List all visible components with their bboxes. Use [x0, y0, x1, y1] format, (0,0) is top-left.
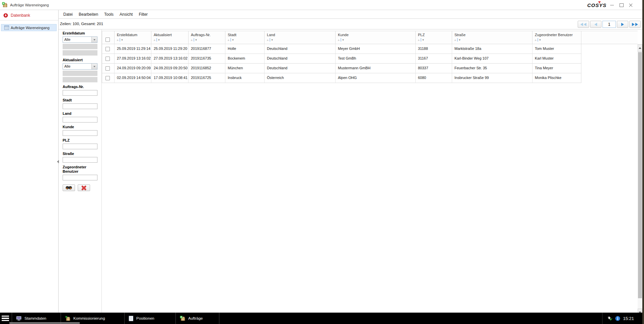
- filter-section-erstelldatum: ErstelldatumAlle: [63, 31, 97, 56]
- first-page-button[interactable]: [578, 21, 589, 28]
- search-button[interactable]: [63, 184, 75, 191]
- scroll-up-icon[interactable]: [638, 44, 642, 52]
- cell-land: Deutschland: [265, 54, 336, 63]
- row-checkbox[interactable]: [105, 76, 110, 80]
- panel-collapse-icon[interactable]: [57, 160, 59, 163]
- table-row[interactable]: 24.09.2019 09:20:0924.09.2019 09:20:5020…: [102, 64, 581, 73]
- sort-separator: |: [120, 38, 121, 42]
- sort-asc-icon[interactable]: ▵: [154, 38, 155, 42]
- header-filler: [581, 31, 638, 44]
- sort-asc-icon[interactable]: ▵: [228, 38, 229, 42]
- cell-erstelldatum: 27.09.2019 13:16:02: [115, 54, 151, 63]
- cell-select: [102, 64, 115, 73]
- close-button[interactable]: [628, 3, 633, 8]
- next-page-button[interactable]: [617, 21, 628, 28]
- cell-erstelldatum: 02.09.2019 14:50:04: [115, 73, 151, 83]
- menu-item-ansicht[interactable]: Ansicht: [117, 12, 136, 17]
- chevron-down-icon[interactable]: [91, 64, 97, 69]
- sort-asc-icon[interactable]: ▵: [117, 38, 119, 42]
- sort-desc-icon[interactable]: ▾: [422, 38, 424, 42]
- last-page-button[interactable]: [629, 21, 641, 28]
- cell-kunde: Meyer GmbH: [336, 44, 416, 54]
- sort-desc-icon[interactable]: ▾: [232, 38, 234, 42]
- dropdown-value: Alle: [63, 37, 91, 43]
- filter-input-stadt[interactable]: [63, 103, 97, 109]
- table-row[interactable]: 27.09.2019 13:16:0227.09.2019 13:16:0220…: [102, 54, 581, 64]
- cell-erstelldatum: 24.09.2019 09:20:09: [115, 64, 151, 73]
- filter-input-kunde[interactable]: [63, 130, 97, 136]
- sort-separator: |: [270, 38, 271, 42]
- filter-input-auftrags-nr[interactable]: [63, 90, 97, 96]
- sort-asc-icon[interactable]: ▵: [418, 38, 420, 42]
- column-header-aktualisiert: Aktualisiert▵|▾: [151, 31, 189, 44]
- sort-desc-icon[interactable]: ▾: [459, 38, 460, 42]
- taskbar-item-positionen[interactable]: Positionen: [125, 313, 176, 324]
- scrollbar-thumb[interactable]: [638, 52, 642, 298]
- sort-asc-icon[interactable]: ▵: [267, 38, 269, 42]
- red-download-circle-icon: [3, 13, 8, 18]
- menu-item-bearbeiten[interactable]: Bearbeiten: [76, 12, 101, 17]
- minimize-button[interactable]: [610, 3, 615, 8]
- sort-separator: |: [421, 38, 422, 42]
- filter-panel: ErstelldatumAlleAktualisiertAlleAuftrags…: [59, 29, 102, 313]
- filter-dropdown-erstelldatum[interactable]: Alle: [63, 36, 97, 43]
- filter-input-straße[interactable]: [63, 157, 97, 163]
- info-icon[interactable]: [615, 316, 620, 321]
- sort-desc-icon[interactable]: ▾: [342, 38, 344, 42]
- sort-asc-icon[interactable]: ▵: [454, 38, 456, 42]
- cell-stadt: Insbruck: [225, 73, 265, 83]
- sort-asc-icon[interactable]: ▵: [535, 38, 536, 42]
- column-header-erstelldatum: Erstelldatum▵|▾: [115, 31, 151, 44]
- sort-asc-icon[interactable]: ▵: [338, 38, 340, 42]
- sidebar-item-auftraege-wareneingang[interactable]: Aufträge Wareneingang: [1, 24, 57, 31]
- column-header-straße: Straße▵|▾: [452, 31, 532, 44]
- sort-desc-icon[interactable]: ▾: [158, 38, 160, 42]
- title-bar: Aufträge Wareneingang COSYS: [0, 0, 644, 10]
- page-number-input[interactable]: [602, 21, 616, 28]
- sort-separator: |: [230, 38, 231, 42]
- sidebar: Datenbank Aufträge Wareneingang: [0, 10, 59, 313]
- cell-straße: Marktstraße 18a: [452, 44, 532, 54]
- taskbar-item-aufträge[interactable]: Aufträge: [176, 313, 219, 324]
- hamburger-menu-icon[interactable]: [2, 316, 9, 321]
- taskbar-item-label: Kommissionierung: [73, 316, 105, 320]
- sort-desc-icon[interactable]: ▾: [121, 38, 123, 42]
- filter-input-plz[interactable]: [63, 144, 97, 149]
- filter-input-land[interactable]: [63, 117, 97, 123]
- disabled-date-field: [63, 77, 97, 82]
- screen-right-edge: [642, 0, 644, 324]
- filter-label-erstelldatum: Erstelldatum: [63, 31, 97, 35]
- sidebar-item-label: Aufträge Wareneingang: [11, 26, 50, 30]
- sort-controls: ▵|▾: [154, 38, 160, 42]
- sort-desc-icon[interactable]: ▾: [271, 38, 273, 42]
- cell-auftrags-nr: 2019116735: [189, 54, 225, 63]
- clear-button[interactable]: [78, 184, 90, 191]
- sort-desc-icon[interactable]: ▾: [539, 38, 541, 42]
- cell-zugeordneter-benutzer: Tina Meyer: [532, 64, 581, 73]
- column-label: PLZ: [416, 31, 452, 37]
- menu-item-tools[interactable]: Tools: [101, 12, 117, 17]
- chevron-down-icon[interactable]: [91, 37, 97, 43]
- filter-input-zugeordneter-benutzer[interactable]: [63, 175, 97, 180]
- sort-desc-icon[interactable]: ▾: [195, 38, 197, 42]
- select-all-checkbox[interactable]: [105, 37, 110, 42]
- filter-label-auftrags-nr: Auftrags-Nr.: [63, 85, 97, 89]
- menu-item-filter[interactable]: Filter: [136, 12, 151, 17]
- cell-auftrags-nr: 2019116725: [189, 73, 225, 83]
- filter-dropdown-aktualisiert[interactable]: Alle: [63, 63, 97, 70]
- cell-select: [102, 54, 115, 63]
- previous-page-button[interactable]: [590, 21, 601, 28]
- sort-separator: |: [538, 38, 539, 42]
- vertical-scrollbar: [638, 44, 642, 316]
- maximize-button[interactable]: [619, 3, 624, 8]
- table-row[interactable]: 02.09.2019 14:50:0417.09.2019 10:08:4120…: [102, 73, 581, 83]
- sidebar-section-datenbank[interactable]: Datenbank: [3, 12, 30, 18]
- row-checkbox[interactable]: [105, 66, 110, 71]
- table-row[interactable]: 25.09.2019 11:29:1425.09.2019 11:29:2020…: [102, 44, 581, 54]
- row-checkbox[interactable]: [105, 57, 110, 61]
- row-checkbox[interactable]: [105, 47, 110, 51]
- cell-kunde: Test GmBh: [336, 54, 416, 63]
- sort-asc-icon[interactable]: ▵: [191, 38, 193, 42]
- menu-bar: DateiBearbeitenToolsAnsichtFilter: [59, 10, 644, 19]
- menu-item-datei[interactable]: Datei: [60, 12, 76, 17]
